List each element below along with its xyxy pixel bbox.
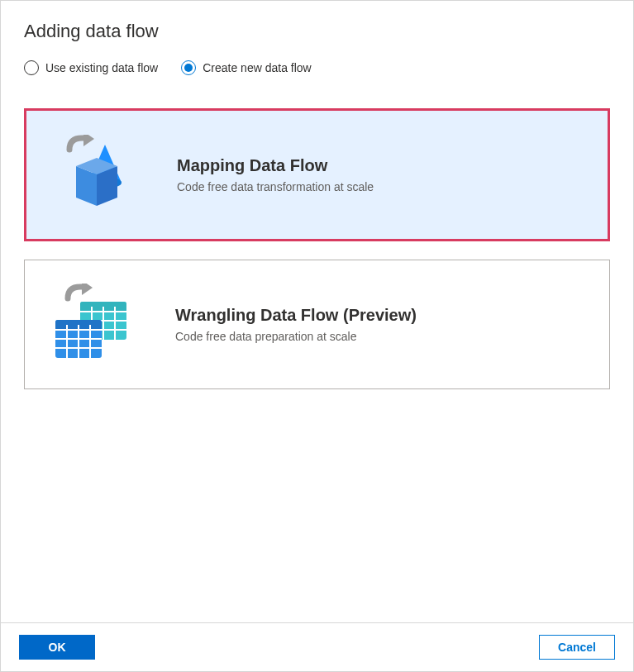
card-wrangling-desc: Code free data preparation at scale (175, 330, 591, 343)
ok-button[interactable]: OK (19, 635, 95, 660)
card-mapping-data-flow[interactable]: Mapping Data Flow Code free data transfo… (24, 108, 610, 241)
radio-use-existing[interactable]: Use existing data flow (24, 60, 158, 75)
card-wrangling-title: Wrangling Data Flow (Preview) (175, 306, 591, 325)
dialog-content: Adding data flow Use existing data flow … (1, 1, 633, 622)
radio-create-new[interactable]: Create new data flow (181, 60, 312, 75)
radio-circle-icon (181, 60, 196, 75)
card-text: Wrangling Data Flow (Preview) Code free … (175, 306, 591, 343)
cancel-button[interactable]: Cancel (539, 635, 615, 660)
card-mapping-desc: Code free data transformation at scale (177, 180, 589, 193)
dialog-footer: OK Cancel (1, 622, 633, 671)
card-mapping-title: Mapping Data Flow (177, 156, 589, 175)
radio-dot-icon (184, 64, 193, 72)
wrangling-data-flow-icon (43, 285, 142, 364)
radio-circle-icon (24, 60, 39, 75)
radio-create-new-label: Create new data flow (203, 61, 312, 74)
radio-use-existing-label: Use existing data flow (45, 61, 158, 74)
radio-group: Use existing data flow Create new data f… (24, 60, 610, 75)
card-text: Mapping Data Flow Code free data transfo… (177, 156, 589, 193)
card-wrangling-data-flow[interactable]: Wrangling Data Flow (Preview) Code free … (24, 260, 610, 389)
page-title: Adding data flow (24, 21, 610, 42)
mapping-data-flow-icon (45, 136, 144, 214)
